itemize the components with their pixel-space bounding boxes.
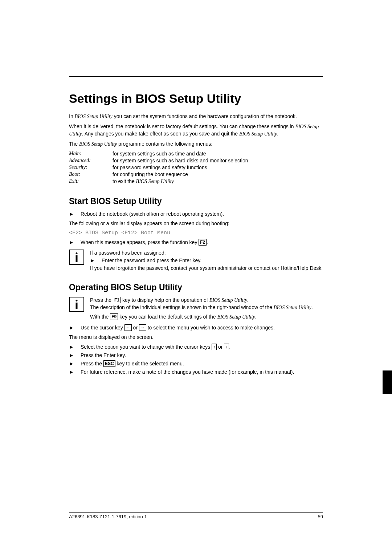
text: Press the F1 key to display help on the … xyxy=(90,297,323,304)
section-heading-operating: Operating BIOS Setup Utility xyxy=(69,283,323,292)
step-marker-icon: ► xyxy=(69,239,81,246)
page-footer: A26391-K183-Z121-1-7619, edition 1 59 xyxy=(69,512,323,519)
step-marker-icon: ► xyxy=(90,257,102,264)
key-esc: ESC xyxy=(103,360,115,367)
info-body: Press the F1 key to display help on the … xyxy=(90,297,323,321)
step-marker-icon: ► xyxy=(69,344,81,351)
step: ► Enter the password and press the Enter… xyxy=(90,257,323,264)
key-right-arrow: → xyxy=(139,324,146,331)
page-title: Settings in BIOS Setup Utility xyxy=(69,92,323,106)
step-text: Enter the password and press the Enter k… xyxy=(102,257,201,264)
step-text: Reboot the notebook (switch off/on or re… xyxy=(81,211,224,218)
text: programme contains the following menus: xyxy=(117,141,212,147)
step-text: Press the Enter key. xyxy=(81,352,126,359)
top-rule xyxy=(69,76,323,77)
step-marker-icon: ► xyxy=(69,324,81,331)
step: ► Use the cursor key ← or → to select th… xyxy=(69,324,323,331)
menu-desc: to exit the BIOS Setup Utility xyxy=(113,178,248,186)
text: . Any changes you make take effect as so… xyxy=(82,131,239,137)
step-text: When this message appears, press the fun… xyxy=(81,239,208,246)
step-text: Press the ESC key to exit the selected m… xyxy=(81,360,184,367)
footer-doc-id: A26391-K183-Z121-1-7619, edition 1 xyxy=(69,514,147,519)
text: In xyxy=(69,113,75,119)
footer-page-number: 59 xyxy=(318,514,323,519)
step: ► Press the ESC key to exit the selected… xyxy=(69,360,323,367)
document-page: Settings in BIOS Setup Utility In BIOS S… xyxy=(0,0,392,555)
text: With the F9 key you can load the default… xyxy=(90,313,323,321)
text: The menu is displayed on the screen. xyxy=(69,334,323,341)
text: . xyxy=(277,131,278,137)
key-f9: F9 xyxy=(110,313,118,320)
menu-desc: for system settings such as hard disks a… xyxy=(113,158,248,165)
menu-row: Advanced: for system settings such as ha… xyxy=(69,158,248,165)
step: ► For future reference, make a note of t… xyxy=(69,369,323,376)
menu-desc: for password settings and safety functio… xyxy=(113,165,248,171)
key-left-arrow: ← xyxy=(124,324,132,331)
text: The xyxy=(69,141,79,147)
side-tab xyxy=(383,370,392,394)
intro-p3: The BIOS Setup Utility programme contain… xyxy=(69,141,323,148)
key-f1: F1 xyxy=(113,297,121,303)
bios-utility-name: BIOS Setup Utility xyxy=(239,131,277,137)
text: you can set the system functions and the… xyxy=(113,113,297,119)
menu-table: Main: for system settings such as time a… xyxy=(69,151,248,186)
key-up-arrow: ↑ xyxy=(212,344,217,350)
step-marker-icon: ► xyxy=(69,352,81,359)
boot-message-code: <F2> BIOS Setup <F12> Boot Menu xyxy=(69,230,323,236)
text: When it is delivered, the notebook is se… xyxy=(69,123,295,129)
text: If you have forgotten the password, cont… xyxy=(90,265,323,272)
section-heading-start: Start BIOS Setup Utility xyxy=(69,197,323,206)
step-text: Select the option you want to change wit… xyxy=(81,344,230,351)
step-marker-icon: ► xyxy=(69,211,81,218)
info-box: Press the F1 key to display help on the … xyxy=(69,297,323,321)
bios-utility-name: BIOS Setup Utility xyxy=(79,141,117,147)
intro-p2: When it is delivered, the notebook is se… xyxy=(69,123,323,138)
info-icon xyxy=(69,250,84,265)
step-text: Use the cursor key ← or → to select the … xyxy=(81,324,275,331)
menu-desc: for system settings such as time and dat… xyxy=(113,151,248,158)
menu-label: Exit xyxy=(69,178,77,184)
step: ► Reboot the notebook (switch off/on or … xyxy=(69,211,323,218)
step: ► When this message appears, press the f… xyxy=(69,239,323,246)
key-down-arrow: ↓ xyxy=(224,344,229,350)
info-box: If a password has been assigned: ► Enter… xyxy=(69,250,323,272)
info-body: If a password has been assigned: ► Enter… xyxy=(90,250,323,272)
step-text: For future reference, make a note of the… xyxy=(81,369,294,376)
step-marker-icon: ► xyxy=(69,360,81,367)
info-icon xyxy=(69,297,84,312)
menu-label: Main xyxy=(69,151,80,156)
menu-desc: for configuring the boot sequence xyxy=(113,171,248,178)
step: ► Select the option you want to change w… xyxy=(69,344,323,351)
menu-row: Boot: for configuring the boot sequence xyxy=(69,171,248,178)
menu-row: Main: for system settings such as time a… xyxy=(69,151,248,158)
menu-label: Advanced xyxy=(69,158,89,163)
text: If a password has been assigned: xyxy=(90,250,323,256)
step: ► Press the Enter key. xyxy=(69,352,323,359)
text: The following or a similar display appea… xyxy=(69,220,323,227)
text: The description of the individual settin… xyxy=(90,304,323,311)
menu-row: Exit: to exit the BIOS Setup Utility xyxy=(69,178,248,186)
menu-row: Security: for password settings and safe… xyxy=(69,165,248,171)
intro-p1: In BIOS Setup Utility you can set the sy… xyxy=(69,113,323,120)
key-f2: F2 xyxy=(199,239,207,246)
menu-label: Boot xyxy=(69,171,78,177)
bios-utility-name: BIOS Setup Utility xyxy=(75,114,113,119)
step-marker-icon: ► xyxy=(69,369,81,376)
menu-label: Security xyxy=(69,165,86,170)
